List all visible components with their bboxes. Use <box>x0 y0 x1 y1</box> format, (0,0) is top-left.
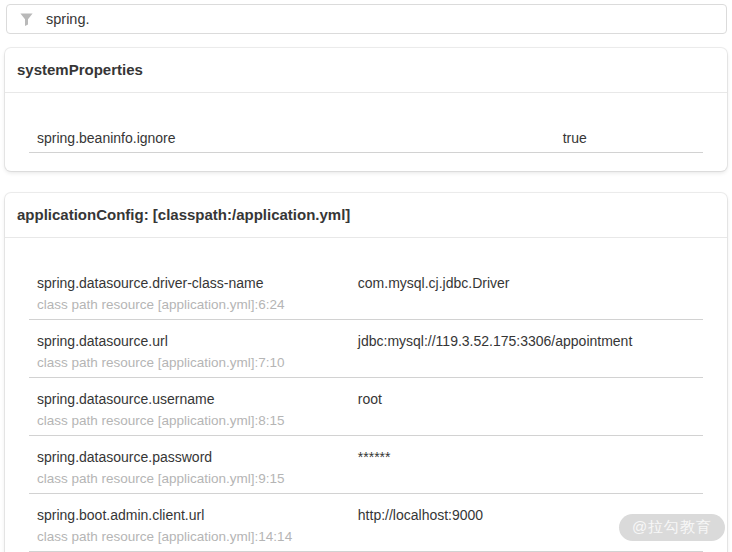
property-value: jdbc:mysql://119.3.52.175:3306/appointme… <box>350 320 703 378</box>
property-row: spring.datasource.driver-class-name clas… <box>29 262 703 320</box>
property-row: spring.boot.admin.client.url class path … <box>29 494 703 552</box>
property-source: class path resource [application.yml]:6:… <box>37 296 342 314</box>
property-value: true <box>555 117 703 153</box>
property-name: spring.datasource.username <box>37 390 342 408</box>
property-name: spring.datasource.password <box>37 448 342 466</box>
property-name: spring.beaninfo.ignore <box>37 129 547 147</box>
property-source: class path resource [application.yml]:14… <box>37 528 342 546</box>
section-title-application-config: applicationConfig: [classpath:/applicati… <box>5 193 727 238</box>
section-system-properties: systemProperties spring.beaninfo.ignore … <box>5 48 727 171</box>
property-value: ****** <box>350 436 703 494</box>
section-content: spring.datasource.driver-class-name clas… <box>5 238 727 552</box>
property-value: root <box>350 378 703 436</box>
property-source: class path resource [application.yml]:8:… <box>37 412 342 430</box>
property-name: spring.boot.admin.client.url <box>37 506 342 524</box>
property-source: class path resource [application.yml]:7:… <box>37 354 342 372</box>
property-name: spring.datasource.driver-class-name <box>37 274 342 292</box>
property-name: spring.datasource.url <box>37 332 342 350</box>
property-row: spring.beaninfo.ignore true <box>29 117 703 153</box>
filter-funnel-icon <box>19 12 34 27</box>
property-value: com.mysql.cj.jdbc.Driver <box>350 262 703 320</box>
property-source: class path resource [application.yml]:9:… <box>37 470 342 488</box>
section-title-system-properties: systemProperties <box>5 48 727 93</box>
property-row: spring.datasource.password class path re… <box>29 436 703 494</box>
filter-bar <box>6 4 727 34</box>
watermark-badge: @拉勾教育 <box>619 514 725 541</box>
property-row: spring.datasource.url class path resourc… <box>29 320 703 378</box>
environment-page: systemProperties spring.beaninfo.ignore … <box>0 4 732 552</box>
section-application-config: applicationConfig: [classpath:/applicati… <box>5 193 727 552</box>
properties-table: spring.beaninfo.ignore true <box>29 117 703 153</box>
section-content: spring.beaninfo.ignore true <box>5 93 727 171</box>
filter-input[interactable] <box>46 11 716 27</box>
property-row: spring.datasource.username class path re… <box>29 378 703 436</box>
properties-table: spring.datasource.driver-class-name clas… <box>29 262 703 552</box>
